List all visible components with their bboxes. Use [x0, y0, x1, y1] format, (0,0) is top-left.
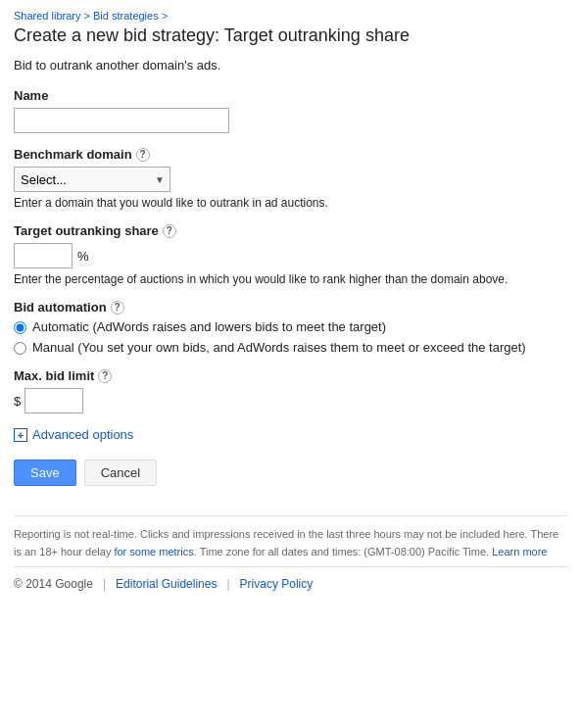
bid-automation-radio-group: Automatic (AdWords raises and lowers bid…	[14, 319, 567, 355]
max-bid-section: Max. bid limit ? $	[14, 368, 567, 413]
percent-symbol: %	[77, 249, 89, 264]
max-bid-input[interactable]	[24, 388, 83, 413]
bid-automation-help-icon[interactable]: ?	[111, 301, 124, 315]
target-outranking-helper: Enter the percentage of auctions in whic…	[14, 272, 567, 286]
footer-editorial-link[interactable]: Editorial Guidelines	[116, 577, 217, 591]
radio-manual-item: Manual (You set your own bids, and AdWor…	[14, 340, 567, 355]
page-title: Create a new bid strategy: Target outran…	[14, 25, 567, 46]
breadcrumb-bid-strategies[interactable]: Bid strategies	[93, 10, 159, 22]
breadcrumb-sep2: >	[162, 10, 168, 22]
benchmark-domain-label: Benchmark domain ?	[14, 147, 567, 162]
target-outranking-section: Target outranking share ? % Enter the pe…	[14, 223, 567, 286]
radio-manual-label: Manual (You set your own bids, and AdWor…	[32, 340, 526, 355]
footer-note: Reporting is not real-time. Clicks and i…	[14, 515, 567, 566]
footer-privacy-link[interactable]: Privacy Policy	[240, 577, 314, 591]
name-input[interactable]	[14, 108, 229, 133]
radio-automatic-input[interactable]	[14, 321, 26, 334]
target-outranking-help-icon[interactable]: ?	[163, 224, 176, 238]
breadcrumb: Shared library > Bid strategies >	[14, 10, 567, 22]
benchmark-domain-select-wrapper: Select... ▼	[14, 167, 170, 192]
cancel-button[interactable]: Cancel	[84, 460, 157, 486]
footer-copyright: © 2014 Google	[14, 577, 93, 591]
max-bid-label: Max. bid limit ?	[14, 368, 567, 383]
breadcrumb-sep1: >	[84, 10, 93, 22]
advanced-options-label: Advanced options	[32, 427, 133, 442]
advanced-options-section: + Advanced options	[14, 427, 567, 442]
benchmark-domain-select[interactable]: Select...	[14, 167, 170, 192]
footer-legal: © 2014 Google | Editorial Guidelines | P…	[14, 566, 567, 591]
bid-automation-label: Bid automation ?	[14, 300, 567, 315]
footer-note-text2: . Time zone for all dates and times: (GM…	[194, 546, 492, 558]
max-bid-row: $	[14, 388, 567, 413]
bid-automation-section: Bid automation ? Automatic (AdWords rais…	[14, 300, 567, 355]
radio-automatic-label: Automatic (AdWords raises and lowers bid…	[32, 319, 386, 334]
benchmark-domain-helper: Enter a domain that you would like to ou…	[14, 196, 567, 210]
plus-icon: +	[14, 428, 27, 442]
page-subtitle: Bid to outrank another domain's ads.	[14, 58, 567, 73]
max-bid-help-icon[interactable]: ?	[98, 369, 112, 383]
name-label: Name	[14, 88, 567, 103]
dollar-sign: $	[14, 394, 21, 409]
target-outranking-input[interactable]	[14, 243, 73, 268]
button-row: Save Cancel	[14, 460, 567, 486]
footer-some-metrics-link[interactable]: for some metrics	[114, 546, 193, 558]
radio-automatic-item: Automatic (AdWords raises and lowers bid…	[14, 319, 567, 334]
percent-input-row: %	[14, 243, 567, 268]
name-section: Name	[14, 88, 567, 133]
benchmark-domain-help-icon[interactable]: ?	[136, 148, 150, 162]
radio-manual-input[interactable]	[14, 342, 26, 355]
footer-sep2: |	[226, 577, 229, 591]
breadcrumb-shared-library[interactable]: Shared library	[14, 10, 80, 22]
save-button[interactable]: Save	[14, 460, 76, 486]
advanced-options-toggle[interactable]: + Advanced options	[14, 427, 567, 442]
footer-sep1: |	[103, 577, 106, 591]
footer-learn-more-link[interactable]: Learn more	[492, 546, 547, 558]
benchmark-domain-section: Benchmark domain ? Select... ▼ Enter a d…	[14, 147, 567, 210]
target-outranking-label: Target outranking share ?	[14, 223, 567, 238]
